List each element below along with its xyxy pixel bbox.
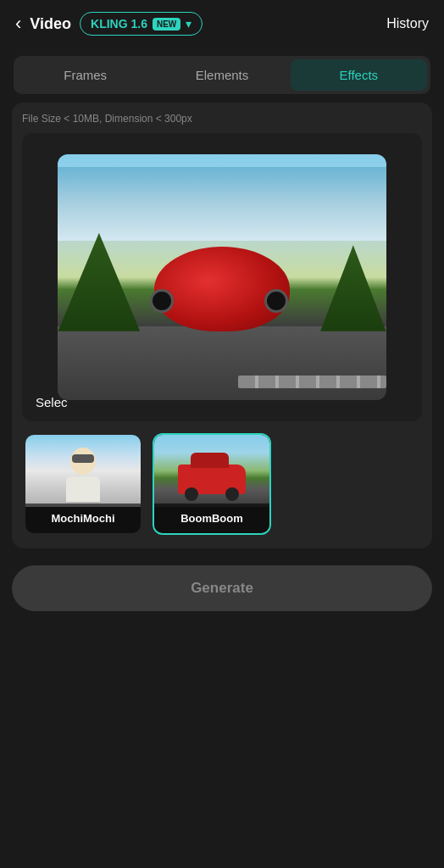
sky-background xyxy=(58,167,386,241)
header-left: ‹ Video KLING 1.6 NEW ▾ xyxy=(15,12,203,36)
file-size-hint: File Size < 10MB, Dimension < 300px xyxy=(22,113,422,125)
boom-wheel-left xyxy=(185,487,198,501)
back-button[interactable]: ‹ xyxy=(15,14,21,33)
main-image-container xyxy=(58,154,386,400)
guardrail xyxy=(238,376,386,388)
mochi-head xyxy=(70,448,96,475)
tabs-container: Frames Elements Effects xyxy=(14,56,430,94)
effect-item-mochimochi[interactable]: MochiMochi xyxy=(24,433,142,535)
generate-button[interactable]: Generate xyxy=(12,565,432,611)
effects-row: MochiMochi BoomBoom xyxy=(22,433,422,535)
mochimochi-thumbnail xyxy=(25,435,141,507)
car-wheel-right xyxy=(264,289,288,313)
car-body xyxy=(154,247,290,331)
trees-left xyxy=(58,233,140,331)
tab-effects[interactable]: Effects xyxy=(291,59,427,91)
trees-right xyxy=(320,245,386,331)
header: ‹ Video KLING 1.6 NEW ▾ History xyxy=(0,0,444,47)
road xyxy=(58,326,386,400)
boomboom-thumbnail xyxy=(154,435,269,507)
mochi-body xyxy=(66,476,100,502)
chevron-down-icon: ▾ xyxy=(186,17,191,31)
mochi-person xyxy=(58,448,108,507)
mochi-goggles xyxy=(72,454,94,463)
main-content: File Size < 10MB, Dimension < 300px xyxy=(12,103,432,548)
page-title: Video xyxy=(30,15,71,33)
new-badge: NEW xyxy=(153,18,180,31)
effect-item-boomboom[interactable]: BoomBoom xyxy=(153,433,271,535)
car-wheel-left xyxy=(150,289,174,313)
boom-car-roof xyxy=(191,453,229,468)
tab-elements[interactable]: Elements xyxy=(153,59,290,91)
model-selector[interactable]: KLING 1.6 NEW ▾ xyxy=(80,12,203,36)
boom-car-body xyxy=(178,465,246,494)
history-button[interactable]: History xyxy=(386,16,429,31)
car-image xyxy=(58,154,386,400)
tab-frames[interactable]: Frames xyxy=(17,59,153,91)
mochimochi-label: MochiMochi xyxy=(25,504,141,533)
boom-wheel-right xyxy=(225,487,239,501)
boomboom-label: BoomBoom xyxy=(154,504,269,533)
select-label: Selec xyxy=(36,395,68,409)
model-name: KLING 1.6 xyxy=(91,17,147,31)
image-preview-area: Selec xyxy=(22,133,422,421)
